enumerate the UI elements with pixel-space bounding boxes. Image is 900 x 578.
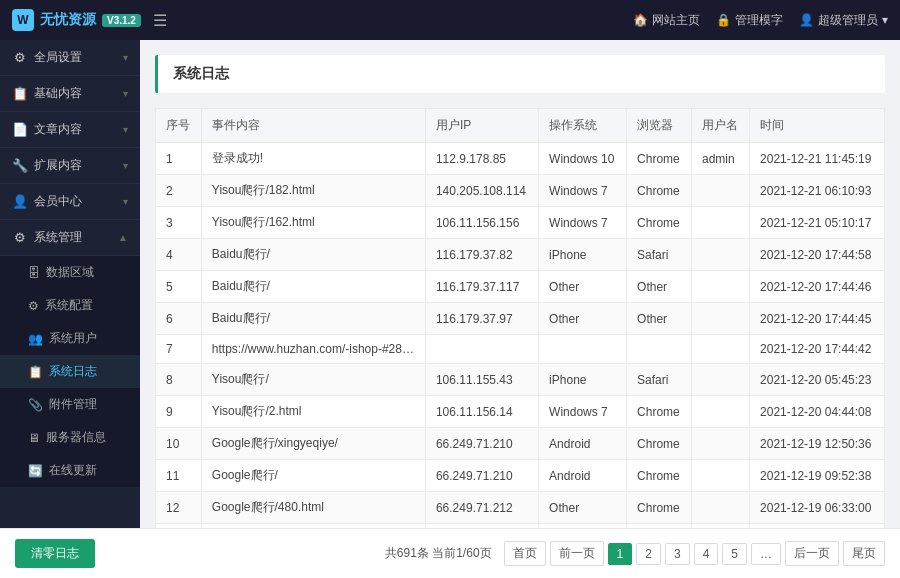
table-row: 5Baidu爬行/116.179.37.117OtherOther2021-12… — [156, 271, 885, 303]
page-last-button[interactable]: 尾页 — [843, 541, 885, 566]
table-cell: 116.179.37.117 — [425, 271, 538, 303]
sidebar-item-system-config[interactable]: ⚙ 系统配置 — [0, 289, 140, 322]
table-cell — [691, 239, 749, 271]
page-number-1[interactable]: 1 — [608, 543, 633, 565]
settings-icon: ⚙ — [12, 50, 28, 65]
page-prev-button[interactable]: 前一页 — [550, 541, 604, 566]
sidebar-label: 文章内容 — [34, 121, 117, 138]
nav-manager-link[interactable]: 🔒 管理模字 — [716, 12, 783, 29]
page-number-2[interactable]: 2 — [636, 543, 661, 565]
table-cell: 112.9.178.85 — [425, 143, 538, 175]
sidebar-item-system-log[interactable]: 📋 系统日志 — [0, 355, 140, 388]
table-row: 10Google爬行/xingyeqiye/66.249.71.210Andro… — [156, 428, 885, 460]
config-icon: ⚙ — [28, 299, 39, 313]
sidebar-label: 系统管理 — [34, 229, 112, 246]
topbar-left: W 无忧资源 V3.1.2 ☰ — [12, 9, 167, 31]
sidebar-sub-label: 系统配置 — [45, 297, 93, 314]
table-cell — [691, 175, 749, 207]
page-next-button[interactable]: 后一页 — [785, 541, 839, 566]
page-first-button[interactable]: 首页 — [504, 541, 546, 566]
table-cell: 2 — [156, 175, 202, 207]
member-icon: 👤 — [12, 194, 28, 209]
table-cell: admin — [691, 143, 749, 175]
table-cell — [691, 396, 749, 428]
page-title: 系统日志 — [155, 55, 885, 93]
table-cell: Android — [539, 460, 627, 492]
table-cell: 66.249.71.210 — [425, 460, 538, 492]
sidebar-item-online-update[interactable]: 🔄 在线更新 — [0, 454, 140, 487]
page-number-4[interactable]: 4 — [694, 543, 719, 565]
database-icon: 🗄 — [28, 266, 40, 280]
list-icon: 📋 — [12, 86, 28, 101]
table-cell: Google爬行/ — [201, 460, 425, 492]
table-cell: Yisou爬行/182.html — [201, 175, 425, 207]
table-cell: 2021-12-19 12:50:36 — [750, 428, 885, 460]
topbar-right: 🏠 网站主页 🔒 管理模字 👤 超级管理员 ▾ — [633, 12, 888, 29]
table-row: 1登录成功!112.9.178.85Windows 10Chromeadmin2… — [156, 143, 885, 175]
table-cell: Windows 7 — [539, 175, 627, 207]
sidebar-item-article-content[interactable]: 📄 文章内容 ▾ — [0, 112, 140, 148]
table-cell — [691, 492, 749, 524]
sidebar-label: 扩展内容 — [34, 157, 117, 174]
table-row: 2Yisou爬行/182.html140.205.108.114Windows … — [156, 175, 885, 207]
sidebar-item-data-area[interactable]: 🗄 数据区域 — [0, 256, 140, 289]
table-cell — [539, 335, 627, 364]
col-header-ip: 用户IP — [425, 109, 538, 143]
clear-log-button[interactable]: 清零日志 — [15, 539, 95, 568]
sidebar-sub-label: 服务器信息 — [46, 429, 106, 446]
table-cell: 2021-12-20 05:45:23 — [750, 364, 885, 396]
chevron-down-icon: ▾ — [123, 88, 128, 99]
table-cell — [425, 335, 538, 364]
col-header-event: 事件内容 — [201, 109, 425, 143]
table-row: 6Baidu爬行/116.179.37.97OtherOther2021-12-… — [156, 303, 885, 335]
log-table: 序号 事件内容 用户IP 操作系统 浏览器 用户名 时间 1登录成功!112.9… — [155, 108, 885, 528]
table-cell: 登录成功! — [201, 143, 425, 175]
table-cell: 2021-12-20 17:44:45 — [750, 303, 885, 335]
page-number-5[interactable]: 5 — [722, 543, 747, 565]
table-cell: Windows 10 — [539, 143, 627, 175]
nav-home-link[interactable]: 🏠 网站主页 — [633, 12, 700, 29]
attachment-icon: 📎 — [28, 398, 43, 412]
logo: W 无忧资源 V3.1.2 — [12, 9, 141, 31]
log-icon: 📋 — [28, 365, 43, 379]
table-cell: Chrome — [627, 492, 692, 524]
sidebar-item-system-user[interactable]: 👥 系统用户 — [0, 322, 140, 355]
table-cell: 1 — [156, 143, 202, 175]
home-icon: 🏠 — [633, 13, 648, 27]
sidebar-item-extend-content[interactable]: 🔧 扩展内容 ▾ — [0, 148, 140, 184]
sidebar-item-member-center[interactable]: 👤 会员中心 ▾ — [0, 184, 140, 220]
sidebar-item-base-content[interactable]: 📋 基础内容 ▾ — [0, 76, 140, 112]
table-cell: Yisou爬行/2.html — [201, 396, 425, 428]
table-cell — [691, 207, 749, 239]
table-cell: iPhone — [539, 364, 627, 396]
sidebar-item-server-info[interactable]: 🖥 服务器信息 — [0, 421, 140, 454]
table-cell — [691, 364, 749, 396]
table-cell: Google爬行/xingyeqiye/ — [201, 428, 425, 460]
chevron-down-icon: ▾ — [123, 196, 128, 207]
table-cell: 66.249.71.212 — [425, 492, 538, 524]
menu-toggle-icon[interactable]: ☰ — [153, 11, 167, 30]
extend-icon: 🔧 — [12, 158, 28, 173]
table-cell: 6 — [156, 303, 202, 335]
table-cell: 7 — [156, 335, 202, 364]
sidebar-sub-label: 在线更新 — [49, 462, 97, 479]
table-cell — [691, 271, 749, 303]
sidebar-item-system-manage[interactable]: ⚙ 系统管理 ▲ — [0, 220, 140, 256]
version-badge: V3.1.2 — [102, 14, 141, 27]
sidebar-item-attachment-manage[interactable]: 📎 附件管理 — [0, 388, 140, 421]
table-cell: https://www.huzhan.com/-ishop-#2849 — [201, 335, 425, 364]
table-cell: Baidu爬行/ — [201, 271, 425, 303]
content-area: 系统日志 序号 事件内容 用户IP 操作系统 浏览器 用户名 时间 1登录成功!… — [140, 40, 900, 528]
page-number-3[interactable]: 3 — [665, 543, 690, 565]
sidebar-label: 基础内容 — [34, 85, 117, 102]
sidebar-item-all-settings[interactable]: ⚙ 全局设置 ▾ — [0, 40, 140, 76]
table-row: 4Baidu爬行/116.179.37.82iPhoneSafari2021-1… — [156, 239, 885, 271]
table-cell — [627, 335, 692, 364]
table-cell: Android — [539, 428, 627, 460]
nav-user-link[interactable]: 👤 超级管理员 ▾ — [799, 12, 888, 29]
table-cell: 2021-12-19 09:52:38 — [750, 460, 885, 492]
nav-user-label: 超级管理员 — [818, 12, 878, 29]
table-cell — [691, 460, 749, 492]
table-cell: Other — [627, 271, 692, 303]
sidebar: ⚙ 全局设置 ▾ 📋 基础内容 ▾ 📄 文章内容 ▾ 🔧 扩展内容 ▾ 👤 会员… — [0, 40, 140, 528]
